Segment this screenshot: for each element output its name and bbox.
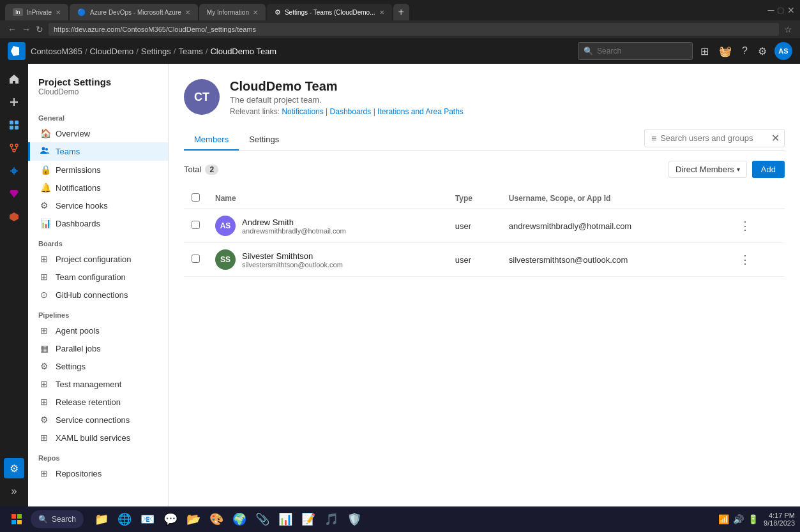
search-users-input[interactable] [660, 133, 767, 143]
sidebar-item-notifications[interactable]: 🔔 Notifications [28, 179, 168, 196]
tab-close-icon[interactable]: ✕ [56, 9, 61, 16]
rail-home-icon[interactable] [4, 69, 24, 89]
forward-btn[interactable]: → [22, 24, 31, 34]
link-iterations[interactable]: Iterations and Area Paths [377, 107, 464, 116]
row2-username: silvestersmithtson@outlook.com [509, 255, 628, 265]
sidebar-item-test-management[interactable]: ⊞ Test management [28, 375, 168, 393]
sidebar-item-service-hooks[interactable]: ⚙ Service hooks [28, 196, 168, 214]
rail-collapse-icon[interactable]: » [4, 481, 24, 501]
taskbar-app-browser[interactable]: 🌍 [229, 509, 250, 529]
breadcrumb-settings[interactable]: Settings [141, 47, 171, 56]
taskbar-search[interactable]: 🔍 Search [31, 510, 84, 528]
row2-checkbox[interactable] [192, 255, 200, 263]
taskbar-apps: 📁 🌐 📧 💬 📂 🎨 🌍 📎 📊 📝 🎵 🛡️ [91, 509, 365, 529]
sidebar-item-project-config[interactable]: ⊞ Project configuration [28, 250, 168, 268]
top-nav: ContosoM365 / CloudDemo / Settings / Tea… [0, 38, 800, 64]
row2-more-btn[interactable]: ⋮ [736, 251, 755, 268]
sidebar-item-agent-pools[interactable]: ⊞ Agent pools [28, 321, 168, 339]
permissions-icon: 🔒 [40, 165, 50, 175]
row1-more-btn[interactable]: ⋮ [736, 218, 755, 234]
start-button[interactable] [5, 510, 28, 529]
taskbar-volume-icon[interactable]: 🔊 [733, 514, 744, 524]
toolbar-right: Direct Members ▾ Add [668, 161, 785, 178]
taskbar-app-security[interactable]: 🛡️ [344, 509, 365, 529]
refresh-btn[interactable]: ↻ [36, 24, 43, 34]
tab-close-icon[interactable]: ✕ [253, 9, 258, 16]
taskbar-app-file-explorer[interactable]: 📁 [91, 509, 112, 529]
total-count: 2 [205, 165, 218, 175]
close-icon[interactable]: ✕ [787, 5, 795, 15]
select-all-checkbox[interactable] [192, 193, 200, 202]
taskbar-app-media[interactable]: 🎵 [321, 509, 342, 529]
sidebar-item-overview[interactable]: 🏠 Overview [28, 124, 168, 142]
rail-testplans-icon[interactable] [4, 184, 24, 204]
sidebar-item-parallel-jobs[interactable]: ▦ Parallel jobs [28, 339, 168, 357]
grid-icon[interactable]: ⊞ [698, 43, 711, 60]
help-icon[interactable]: ? [739, 43, 750, 59]
tab-members[interactable]: Members [184, 129, 239, 151]
add-member-button[interactable]: Add [752, 161, 785, 178]
sidebar-item-permissions[interactable]: 🔒 Permissions [28, 161, 168, 179]
maximize-icon[interactable]: □ [778, 5, 783, 15]
taskbar-app-sticky[interactable]: 📎 [252, 509, 273, 529]
search-nav-input[interactable] [597, 47, 693, 55]
sidebar-item-github[interactable]: ⊙ GitHub connections [28, 286, 168, 304]
rail-artifacts-icon[interactable] [4, 207, 24, 227]
taskbar-app-mail[interactable]: 📧 [137, 509, 158, 529]
search-box-nav[interactable]: 🔍 [578, 42, 693, 60]
star-icon[interactable]: ☆ [784, 24, 792, 34]
tab-new[interactable]: + [393, 4, 409, 20]
row1-checkbox[interactable] [192, 221, 200, 229]
tab-my-info[interactable]: My Information ✕ [199, 4, 266, 20]
nav-right: 🔍 ⊞ 🧺 ? ⚙ AS [578, 42, 792, 60]
chevron-down-icon: ▾ [737, 166, 740, 173]
taskbar-wifi-icon[interactable]: 📶 [718, 514, 729, 524]
sidebar-item-xaml[interactable]: ⊞ XAML build services [28, 429, 168, 447]
rail-pipelines-icon[interactable] [4, 161, 24, 181]
taskbar-app-word[interactable]: 📝 [298, 509, 319, 529]
tab-close-icon[interactable]: ✕ [185, 9, 190, 16]
address-input[interactable] [49, 23, 779, 36]
svg-rect-10 [11, 514, 16, 519]
minimize-icon[interactable]: ─ [768, 5, 774, 15]
tab-inprivate[interactable]: In InPrivate ✕ [5, 4, 68, 20]
breadcrumb-clouddemo[interactable]: CloudDemo [90, 47, 134, 56]
taskbar-app-edge[interactable]: 🌐 [114, 509, 135, 529]
rail-settings-icon[interactable]: ⚙ [4, 458, 24, 478]
tab-close-active-icon[interactable]: ✕ [379, 9, 384, 16]
app-logo[interactable] [8, 42, 26, 60]
basket-icon[interactable]: 🧺 [716, 43, 734, 60]
rail-repos-icon[interactable] [4, 138, 24, 158]
clear-search-btn[interactable]: ✕ [771, 132, 780, 144]
sidebar-item-teams[interactable]: Teams [28, 142, 168, 161]
user-avatar[interactable]: AS [774, 42, 792, 60]
taskbar-app-folder[interactable]: 📂 [183, 509, 204, 529]
link-notifications[interactable]: Notifications [282, 107, 323, 116]
tab-settings[interactable]: Settings [239, 129, 289, 151]
sidebar-item-team-config[interactable]: ⊞ Team configuration [28, 268, 168, 286]
sidebar-item-pipeline-settings[interactable]: ⚙ Settings [28, 357, 168, 375]
rail-boards-icon[interactable] [4, 115, 24, 135]
tab-teams-active[interactable]: ⚙ Settings - Teams (CloudDemo... ✕ [267, 4, 392, 20]
breadcrumb-contoso[interactable]: ContosoM365 [31, 47, 82, 56]
taskbar-app-teams[interactable]: 💬 [160, 509, 181, 529]
taskbar-battery-icon[interactable]: 🔋 [748, 514, 758, 524]
taskbar-app-photos[interactable]: 🎨 [206, 509, 227, 529]
taskbar-date-display: 9/18/2023 [764, 519, 795, 527]
rail-add-icon[interactable] [4, 92, 24, 112]
link-dashboards[interactable]: Dashboards [330, 107, 372, 116]
breadcrumb-teams[interactable]: Teams [178, 47, 202, 56]
search-users-box[interactable]: ≡ ✕ [644, 129, 785, 147]
browser-tabs: In InPrivate ✕ 🔵 Azure DevOps - Microsof… [5, 0, 409, 20]
taskbar-time[interactable]: 4:17 PM 9/18/2023 [764, 512, 795, 527]
sidebar-item-repositories[interactable]: ⊞ Repositories [28, 464, 168, 482]
sidebar-item-service-connections[interactable]: ⚙ Service connections [28, 411, 168, 429]
tab-azure[interactable]: 🔵 Azure DevOps - Microsoft Azure ✕ [70, 4, 198, 20]
svg-rect-1 [15, 121, 19, 124]
taskbar-app-excel[interactable]: 📊 [275, 509, 296, 529]
direct-members-dropdown[interactable]: Direct Members ▾ [668, 161, 747, 178]
sidebar-item-dashboards[interactable]: 📊 Dashboards [28, 214, 168, 232]
sidebar-item-release-retention[interactable]: ⊞ Release retention [28, 393, 168, 411]
back-btn[interactable]: ← [8, 24, 17, 34]
settings-nav-icon[interactable]: ⚙ [755, 43, 769, 60]
